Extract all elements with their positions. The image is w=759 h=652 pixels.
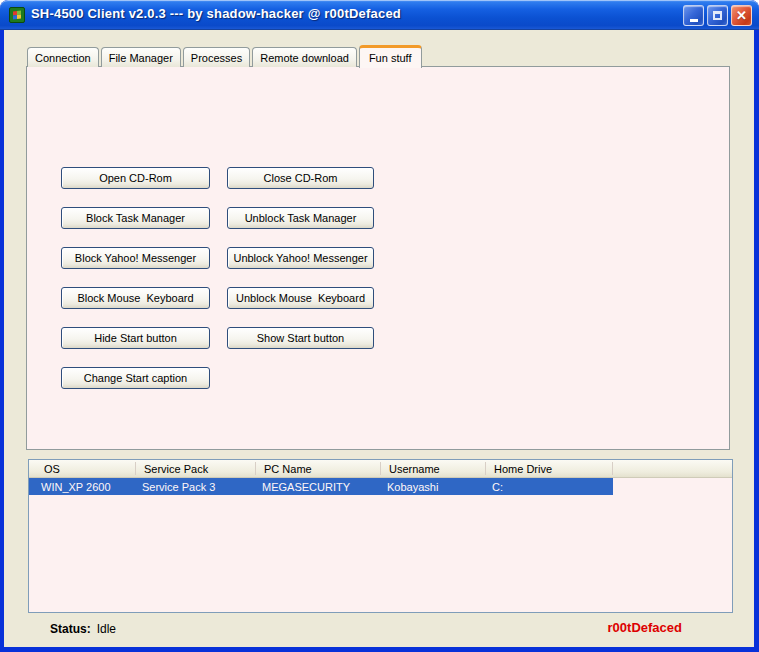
maximize-button[interactable] <box>707 5 728 26</box>
close-cdrom-button[interactable]: Close CD-Rom <box>227 167 374 189</box>
cell-pc-name: MEGASECURITY <box>256 481 381 493</box>
window-controls: ✕ <box>683 5 752 26</box>
column-header-filler <box>613 460 732 477</box>
close-button[interactable]: ✕ <box>731 5 752 26</box>
column-header-home-drive[interactable]: Home Drive <box>486 460 613 477</box>
app-icon <box>9 7 25 23</box>
change-start-caption-button[interactable]: Change Start caption <box>61 367 210 389</box>
tab-remote-download[interactable]: Remote download <box>252 47 357 67</box>
unblock-yahoo-messenger-button[interactable]: Unblock Yahoo! Messenger <box>227 247 374 269</box>
block-yahoo-messenger-button[interactable]: Block Yahoo! Messenger <box>61 247 210 269</box>
hide-start-button-button[interactable]: Hide Start button <box>61 327 210 349</box>
tab-processes[interactable]: Processes <box>183 47 250 67</box>
unblock-mouse-keyboard-button[interactable]: Unblock Mouse Keyboard <box>227 287 374 309</box>
column-header-service-pack[interactable]: Service Pack <box>136 460 256 477</box>
app-window: SH-4500 Client v2.0.3 --- by shadow-hack… <box>0 0 759 652</box>
column-header-username[interactable]: Username <box>381 460 486 477</box>
tab-connection[interactable]: Connection <box>27 47 99 67</box>
show-start-button-button[interactable]: Show Start button <box>227 327 374 349</box>
tab-strip: Connection File Manager Processes Remote… <box>27 44 424 67</box>
fun-stuff-page: Open CD-Rom Close CD-Rom Block Task Mana… <box>26 66 730 450</box>
minimize-button[interactable] <box>683 5 704 26</box>
unblock-task-manager-button[interactable]: Unblock Task Manager <box>227 207 374 229</box>
cell-home-drive: C: <box>486 481 613 493</box>
listview-header: OS Service Pack PC Name Username Home Dr… <box>29 460 732 478</box>
block-task-manager-button[interactable]: Block Task Manager <box>61 207 210 229</box>
status-label: Status: <box>50 622 91 636</box>
status-value: Idle <box>97 622 116 636</box>
status-line: Status: Idle <box>50 622 116 636</box>
cell-username: Kobayashi <box>381 481 486 493</box>
title-bar[interactable]: SH-4500 Client v2.0.3 --- by shadow-hack… <box>0 0 759 30</box>
close-icon: ✕ <box>736 9 747 22</box>
clients-listview: OS Service Pack PC Name Username Home Dr… <box>28 459 733 613</box>
branding-text: r00tDefaced <box>608 620 682 635</box>
cell-service-pack: Service Pack 3 <box>136 481 256 493</box>
client-area: Connection File Manager Processes Remote… <box>4 30 754 647</box>
block-mouse-keyboard-button[interactable]: Block Mouse Keyboard <box>61 287 210 309</box>
open-cdrom-button[interactable]: Open CD-Rom <box>61 167 210 189</box>
cell-os: WIN_XP 2600 <box>29 481 136 493</box>
maximize-icon <box>713 11 722 20</box>
table-row[interactable]: WIN_XP 2600 Service Pack 3 MEGASECURITY … <box>29 478 613 495</box>
column-header-pc-name[interactable]: PC Name <box>256 460 381 477</box>
tab-fun-stuff[interactable]: Fun stuff <box>359 45 422 68</box>
window-title: SH-4500 Client v2.0.3 --- by shadow-hack… <box>31 6 401 21</box>
tab-file-manager[interactable]: File Manager <box>101 47 181 67</box>
column-header-os[interactable]: OS <box>29 460 136 477</box>
windows-flag-icon <box>13 11 21 20</box>
minimize-icon <box>690 19 698 22</box>
